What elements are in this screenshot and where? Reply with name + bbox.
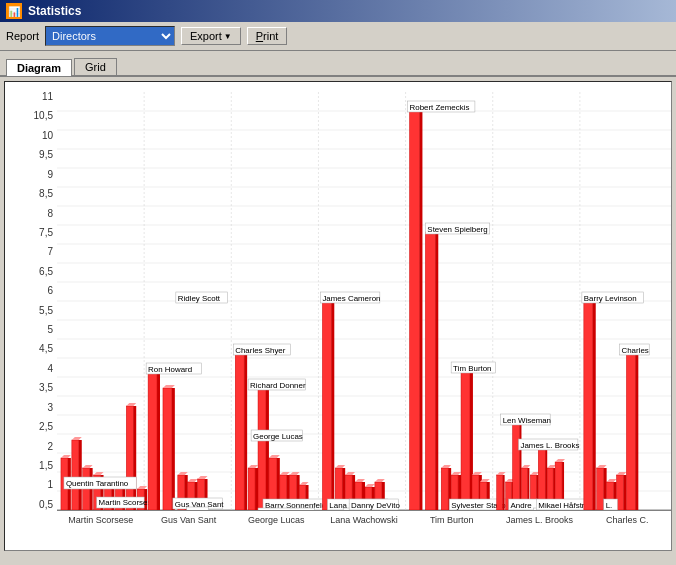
tab-diagram[interactable]: Diagram	[6, 59, 72, 76]
y-label: 8,5	[39, 189, 53, 199]
print-button[interactable]: Print	[247, 27, 288, 45]
group-james-brooks: Len Wiseman Andre James L. Brooks Micha …	[497, 414, 594, 510]
y-label: 1	[47, 480, 53, 490]
svg-rect-200	[597, 468, 604, 510]
svg-rect-108	[322, 301, 331, 510]
svg-marker-50	[137, 486, 147, 489]
y-label: 6	[47, 286, 53, 296]
svg-rect-140	[441, 468, 448, 510]
svg-marker-38	[94, 472, 104, 475]
svg-rect-199	[593, 301, 596, 510]
svg-rect-46	[126, 406, 133, 510]
svg-rect-163	[497, 475, 503, 510]
toolbar: Report Directors Export ▼ Print	[0, 22, 676, 51]
svg-text:Tim Burton: Tim Burton	[453, 364, 491, 373]
svg-marker-121	[365, 484, 375, 487]
svg-marker-35	[83, 465, 93, 468]
svg-rect-146	[461, 371, 470, 510]
y-label: 11	[42, 92, 53, 102]
svg-marker-63	[178, 472, 188, 475]
svg-text:Mikael Håfstr: Mikael Håfstr	[538, 501, 585, 510]
svg-marker-87	[269, 455, 280, 458]
svg-marker-124	[375, 479, 385, 482]
svg-marker-32	[72, 437, 82, 440]
x-label-james-brooks: James L. Brooks	[496, 510, 584, 550]
svg-rect-137	[425, 232, 435, 510]
y-label: 7	[47, 247, 53, 257]
bar-chart: Quentin Tarantino Martin Scorsese	[57, 92, 671, 510]
export-button[interactable]: Export ▼	[181, 27, 241, 45]
y-label: 10	[42, 131, 53, 141]
svg-text:Steven Spielberg: Steven Spielberg	[427, 225, 487, 234]
y-label: 9	[47, 170, 53, 180]
x-label-charles-c: Charles C.	[583, 510, 671, 550]
svg-rect-171	[519, 423, 521, 510]
y-label: 3,5	[39, 383, 53, 393]
svg-marker-150	[472, 472, 482, 475]
svg-marker-81	[248, 465, 258, 468]
svg-text:Robert Zemeckis: Robert Zemeckis	[410, 103, 470, 112]
print-label: Print	[256, 30, 279, 42]
y-label: 3	[47, 403, 53, 413]
svg-rect-59	[163, 388, 172, 510]
svg-text:George Lucas: George Lucas	[253, 432, 303, 441]
group-tim-burton: Robert Zemeckis Steven Spielberg Tim Bur…	[408, 101, 515, 510]
export-arrow-icon: ▼	[224, 32, 232, 41]
svg-marker-115	[345, 472, 355, 475]
svg-rect-33	[79, 440, 82, 510]
svg-text:Andre: Andre	[511, 501, 533, 510]
tab-grid[interactable]: Grid	[74, 58, 117, 75]
y-label: 7,5	[39, 228, 53, 238]
group-charles-c: Barry Levinson Charles L.	[582, 292, 649, 510]
svg-rect-31	[72, 440, 79, 510]
svg-marker-144	[451, 472, 461, 475]
svg-text:L.: L.	[606, 501, 613, 510]
svg-text:Richard Donner: Richard Donner	[250, 381, 306, 390]
y-label: 4	[47, 364, 53, 374]
svg-marker-69	[198, 476, 208, 479]
x-label-tim-burton: Tim Burton	[408, 510, 496, 550]
svg-rect-209	[626, 353, 635, 510]
svg-marker-141	[441, 465, 451, 468]
x-label-george-lucas: George Lucas	[232, 510, 320, 550]
svg-marker-47	[126, 403, 136, 406]
svg-marker-207	[617, 472, 627, 475]
y-label: 2,5	[39, 422, 53, 432]
svg-text:James L. Brooks: James L. Brooks	[520, 441, 579, 450]
svg-marker-112	[335, 465, 345, 468]
svg-marker-182	[547, 465, 556, 468]
svg-rect-56	[148, 371, 157, 510]
title-icon: 📊	[6, 3, 22, 19]
chart-area: 11 10,5 10 9,5 9 8,5 8 7,5 7 6,5 6 5,5 5…	[4, 81, 672, 551]
svg-marker-66	[188, 479, 198, 482]
svg-rect-79	[244, 353, 247, 510]
svg-rect-85	[266, 388, 269, 510]
y-label: 1,5	[39, 461, 53, 471]
svg-rect-110	[331, 301, 334, 510]
svg-marker-90	[280, 472, 290, 475]
y-label: 0,5	[39, 500, 53, 510]
group-george-lucas: Charles Shyer Richard Donner George Luca…	[233, 344, 326, 510]
svg-marker-93	[290, 472, 300, 475]
report-dropdown[interactable]: Directors	[45, 26, 175, 46]
x-label-gus-van-sant: Gus Van Sant	[145, 510, 233, 550]
svg-rect-139	[435, 232, 438, 510]
y-label: 6,5	[39, 267, 53, 277]
svg-rect-197	[584, 301, 593, 510]
svg-rect-82	[255, 468, 258, 510]
svg-rect-134	[410, 110, 420, 510]
svg-rect-169	[513, 423, 520, 510]
svg-rect-58	[157, 371, 160, 510]
x-label-martin-scorsese: Martin Scorsese	[57, 510, 145, 550]
svg-marker-173	[521, 465, 530, 468]
report-label: Report	[6, 30, 39, 42]
export-label: Export	[190, 30, 222, 42]
svg-text:Martin Scorsese: Martin Scorsese	[99, 498, 157, 507]
svg-rect-48	[133, 406, 136, 510]
svg-marker-176	[530, 472, 539, 475]
svg-rect-83	[258, 388, 266, 510]
svg-rect-136	[419, 110, 422, 510]
svg-rect-61	[172, 388, 175, 510]
svg-marker-201	[597, 465, 607, 468]
svg-text:Danny DeVito: Danny DeVito	[351, 501, 400, 510]
